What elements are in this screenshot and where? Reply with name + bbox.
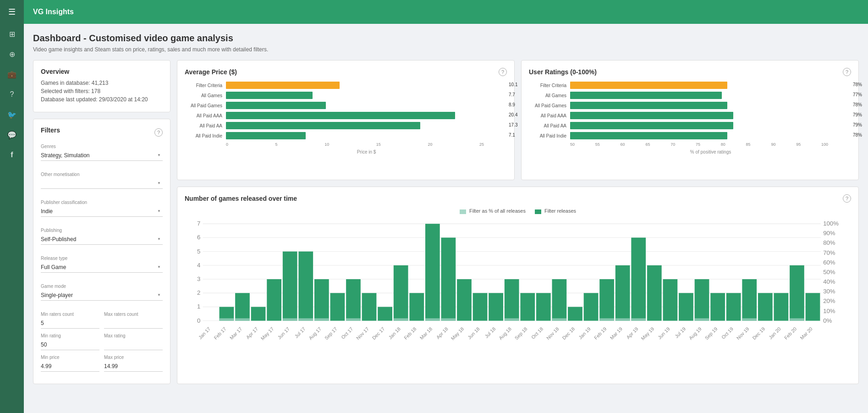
max-rating-col: Max rating [104,333,163,350]
legend-filter-pct: Filter as % of all releases [460,208,526,214]
x-label: Jul 19 [674,326,687,339]
genres-select[interactable]: Strategy, Simulation [41,150,163,161]
monetisation-select[interactable] [41,178,163,189]
publishing-select[interactable]: Self-Published [41,234,163,245]
bar-value: 77% [853,92,862,97]
sidebar-item-help[interactable]: ? [0,84,24,105]
pct-bar [235,318,250,320]
dashboard-grid: Overview Games in database: 41,213 Selec… [33,60,859,384]
y-right-tick: 30% [823,288,835,295]
bar-label: All Paid Games [529,103,570,108]
x-label: Sep 17 [324,326,338,341]
pct-bar [615,318,630,320]
sidebar-item-facebook[interactable]: f [0,145,24,165]
time-bar [409,293,424,320]
bar-container: 78% [570,82,851,89]
app-title: VG Insights [33,8,74,16]
time-bar [346,279,361,321]
pct-bar [631,318,646,320]
axis-ticks: 0510152025 [226,142,507,147]
user-ratings-help-icon[interactable]: ? [843,68,851,76]
x-label: Dec 17 [371,326,385,341]
x-label: Mar 17 [229,326,243,341]
x-label: Sep 18 [514,326,528,341]
time-bar [631,237,646,320]
axis-title: Price in $ [226,149,507,154]
tick: 70 [670,142,675,147]
genres-label: Genres [41,144,163,149]
tick: 55 [595,142,600,147]
sidebar-item-twitter[interactable]: 🐦 [0,105,24,125]
game-mode-label: Game mode [41,284,163,289]
min-rating-input[interactable] [41,340,99,350]
sidebar-item-discord[interactable]: 💬 [0,125,24,145]
sidebar-toggle[interactable]: ☰ [0,0,24,24]
y-right-tick: 20% [823,297,835,304]
bar [570,132,727,139]
time-chart-title: Number of games released over time [185,195,297,202]
left-column: Overview Games in database: 41,213 Selec… [33,60,170,384]
y-right-tick: 0% [823,317,832,324]
bar-label: Filter Criteria [529,83,570,88]
time-bar [726,293,741,320]
bar-label: All Games [529,93,570,98]
bar-value: 7.7 [509,92,515,97]
bar-label: All Paid Indie [529,133,570,138]
sidebar-item-portfolio[interactable]: 💼 [0,64,24,84]
x-label: Jul 18 [483,326,497,339]
publisher-select[interactable]: Indie [41,206,163,217]
time-bar [298,251,313,320]
pct-bar [742,318,757,320]
max-price-label: Max price [104,355,163,360]
tick: 0 [226,142,228,147]
x-label: Mar 18 [419,326,434,341]
release-select[interactable]: Full Game [41,262,163,273]
bar-label: All Paid AAA [529,113,570,118]
tick: 10 [324,142,329,147]
pct-bar [695,318,709,320]
sidebar-item-dashboard[interactable]: ⊞ [0,24,24,44]
time-bar [283,251,297,320]
x-label: Jun 17 [276,326,291,340]
bar-row: All Paid Indie 7.1 [185,132,507,139]
avg-price-panel: Average Price ($) ? Filter Criteria 10.1… [177,60,515,180]
x-label: Feb 19 [593,326,608,341]
publisher-wrapper: Indie [41,206,163,222]
bar-container: 78% [570,132,851,139]
tick: 75 [696,142,700,147]
time-chart-help-icon[interactable]: ? [843,194,851,203]
x-label: Jan 20 [768,326,782,340]
filters-help-icon[interactable]: ? [154,128,163,137]
avg-price-help-icon[interactable]: ? [499,68,507,76]
sidebar-item-add[interactable]: ⊕ [0,44,24,64]
x-label: Feb 18 [403,326,418,341]
max-price-input[interactable] [104,361,163,372]
game-mode-select[interactable]: Single-player [41,290,163,301]
min-raters-input[interactable] [41,318,99,329]
min-price-col: Min price [41,355,99,372]
pct-bar [283,318,297,320]
time-legend: Filter as % of all releases Filter relea… [185,208,851,214]
bar-label: All Paid AA [529,123,570,128]
min-rating-col: Min rating [41,333,99,350]
release-wrapper: Full Game [41,262,163,278]
min-price-input[interactable] [41,361,99,372]
portfolio-icon: 💼 [7,70,16,79]
tick: 95 [796,142,801,147]
time-bar [584,293,599,320]
bar-row: Filter Criteria 10.1 [185,82,507,89]
max-raters-input[interactable] [104,318,163,329]
x-label: Mar 20 [799,326,813,341]
user-ratings-panel: User Ratings (0-100%) ? Filter Criteria … [521,60,859,180]
stat-updated: Database last updated: 29/03/2020 at 14:… [41,96,163,103]
y-right-tick: 40% [823,278,835,285]
max-rating-input[interactable] [104,340,163,350]
y-right-tick: 100% [823,220,839,227]
game-mode-wrapper: Single-player [41,290,163,306]
bar-value: 20.4 [509,112,517,117]
time-bar [473,293,488,320]
bar [570,82,727,89]
time-chart-svg: 012345670%10%20%30%40%50%60%70%80%90%100… [185,218,851,357]
bar-row: All Paid Games 78% [529,102,851,109]
time-bar [330,293,345,320]
